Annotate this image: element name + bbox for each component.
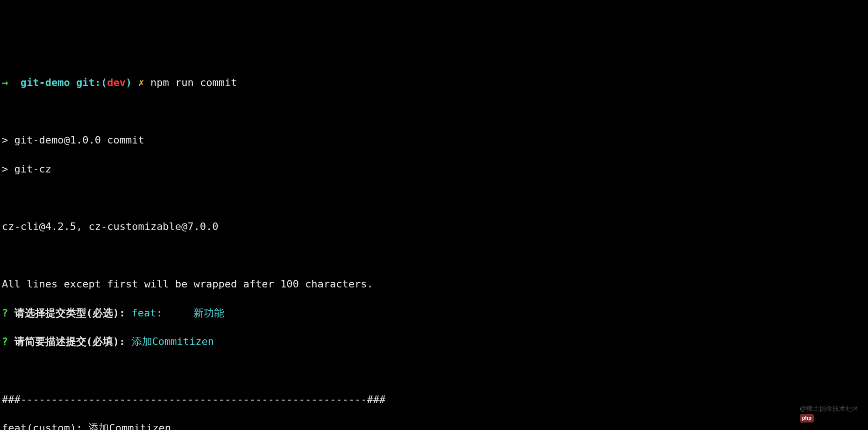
czcli-version: cz-cli@4.2.5, cz-customizable@7.0.0 — [2, 220, 866, 234]
prompt-arrow: → — [2, 77, 8, 88]
prompt-line[interactable]: → git-demo git:(dev) ✗ npm run commit — [2, 76, 866, 90]
npm-script-line: > git-cz — [2, 162, 866, 177]
blank-line — [2, 105, 866, 119]
terminal-output: → git-demo git:(dev) ✗ npm run commit > … — [2, 61, 866, 430]
prompt-dir: git-demo — [21, 77, 70, 88]
blank-line — [2, 191, 866, 205]
command-text: npm run commit — [150, 77, 237, 88]
answer-type: feat: — [132, 307, 163, 319]
wrap-message: All lines except first will be wrapped a… — [2, 277, 866, 292]
php-badge: php — [800, 414, 814, 422]
watermark-text: @稀土掘金技术社区 — [800, 405, 859, 412]
git-close: ) — [126, 77, 132, 88]
answer-type-desc: 新功能 — [193, 307, 224, 319]
watermark: @稀土掘金技术社区 php — [796, 395, 859, 423]
question-type: ? 请选择提交类型(必选): feat: 新功能 — [2, 306, 866, 321]
branch-name: dev — [107, 77, 126, 88]
question-mark-icon: ? — [2, 336, 8, 347]
question-mark-icon: ? — [2, 307, 8, 319]
dirty-marker: ✗ — [138, 77, 144, 88]
answer-subject: 添加Commitizen — [132, 336, 214, 347]
npm-script-line: > git-demo@1.0.0 commit — [2, 133, 866, 148]
blank-line — [2, 249, 866, 263]
question-prompt: 请选择提交类型(必选): — [14, 307, 126, 319]
git-label: git:( — [76, 77, 107, 88]
question-prompt: 请简要描述提交(必填): — [14, 336, 126, 347]
commit-preview: feat(custom): 添加Commitizen — [2, 421, 866, 430]
divider: ###-------------------------------------… — [2, 393, 866, 407]
question-subject: ? 请简要描述提交(必填): 添加Commitizen — [2, 335, 866, 349]
blank-line — [2, 364, 866, 378]
